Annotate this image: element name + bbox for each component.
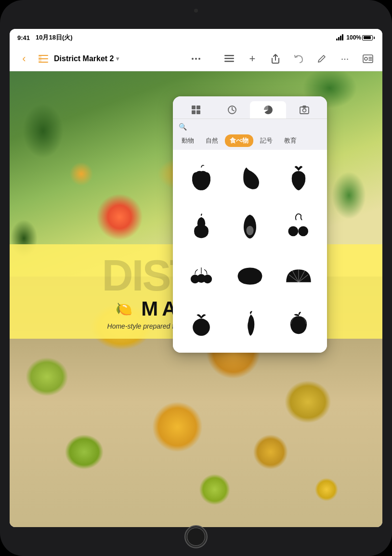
tab-stickers[interactable] bbox=[250, 101, 286, 119]
wifi-icon bbox=[336, 35, 343, 40]
food-avocado[interactable] bbox=[225, 202, 274, 251]
doc-title-chevron-icon: ▾ bbox=[116, 55, 119, 62]
tab-recent[interactable] bbox=[214, 101, 250, 119]
food-pear[interactable] bbox=[177, 202, 225, 251]
svg-point-22 bbox=[299, 226, 309, 237]
market-emoji-left: 🍋 bbox=[116, 301, 136, 317]
add-button[interactable]: + bbox=[244, 50, 261, 67]
svg-rect-13 bbox=[196, 106, 200, 109]
svg-rect-4 bbox=[224, 55, 234, 56]
title-d: D bbox=[102, 254, 132, 297]
front-camera bbox=[194, 9, 198, 13]
food-orange-half[interactable] bbox=[274, 252, 323, 300]
status-bar: 9:41 10月18日(火) 100% bbox=[10, 29, 382, 46]
sidebar-toggle-button[interactable] bbox=[35, 50, 52, 67]
svg-rect-2 bbox=[39, 58, 48, 59]
home-button[interactable] bbox=[184, 525, 208, 548]
svg-rect-5 bbox=[224, 58, 234, 59]
back-button[interactable]: ‹ bbox=[15, 50, 33, 67]
drag-handle bbox=[192, 58, 200, 60]
food-berries[interactable] bbox=[177, 252, 225, 300]
undo-button[interactable] bbox=[290, 50, 307, 67]
content-area: D ISTRICT 🍋 MARKET 🍋 Home-style prepared… bbox=[10, 71, 382, 527]
emoji-picker[interactable]: 🔍 動物 自然 食べ物 記号 教育 bbox=[173, 96, 327, 353]
picker-grid bbox=[173, 150, 327, 353]
food-cherry[interactable] bbox=[274, 202, 323, 251]
food-apple[interactable] bbox=[177, 154, 225, 202]
battery-icon: 100% bbox=[346, 34, 375, 41]
svg-point-8 bbox=[365, 57, 367, 60]
screen: 9:41 10月18日(火) 100% bbox=[10, 29, 382, 527]
picker-tabs bbox=[173, 96, 327, 119]
svg-rect-12 bbox=[192, 106, 196, 109]
food-tomato[interactable] bbox=[177, 300, 225, 349]
picker-categories: 動物 自然 食べ物 記号 教育 bbox=[173, 134, 327, 150]
svg-rect-15 bbox=[196, 110, 200, 114]
list-button[interactable] bbox=[221, 50, 238, 67]
markup-button[interactable] bbox=[313, 50, 330, 67]
ipad-frame: 9:41 10月18日(火) 100% bbox=[0, 0, 392, 556]
tab-photos[interactable] bbox=[286, 101, 322, 119]
status-date: 10月18日(火) bbox=[36, 33, 73, 42]
cat-symbols[interactable]: 記号 bbox=[255, 134, 277, 147]
cat-food[interactable]: 食べ物 bbox=[225, 134, 253, 147]
battery-pct: 100% bbox=[346, 34, 361, 41]
svg-point-18 bbox=[302, 109, 306, 112]
more-button[interactable]: ··· bbox=[336, 50, 353, 67]
home-button-inner bbox=[187, 528, 205, 546]
food-banana[interactable] bbox=[225, 154, 274, 202]
search-icon: 🔍 bbox=[179, 123, 187, 131]
tab-grid[interactable] bbox=[178, 101, 214, 119]
food-bell-pepper[interactable] bbox=[274, 300, 323, 349]
svg-point-20 bbox=[246, 226, 253, 236]
svg-rect-1 bbox=[39, 55, 48, 56]
status-time: 9:41 bbox=[17, 34, 30, 41]
food-lemon[interactable] bbox=[225, 252, 274, 300]
cat-nature[interactable]: 自然 bbox=[201, 134, 223, 147]
cat-education[interactable]: 教育 bbox=[279, 134, 301, 147]
svg-rect-17 bbox=[300, 107, 309, 114]
share-button[interactable] bbox=[267, 50, 284, 67]
toolbar: ‹ District Market 2 ▾ bbox=[10, 46, 382, 71]
doc-title[interactable]: District Market 2 ▾ bbox=[54, 54, 119, 63]
reader-view-button[interactable] bbox=[359, 50, 377, 67]
svg-point-21 bbox=[288, 226, 299, 237]
svg-rect-6 bbox=[224, 61, 234, 62]
doc-title-text: District Market 2 bbox=[54, 54, 114, 63]
svg-point-25 bbox=[203, 275, 212, 283]
svg-rect-14 bbox=[192, 110, 196, 114]
food-strawberry[interactable] bbox=[274, 154, 323, 202]
cat-animals[interactable]: 動物 bbox=[177, 134, 199, 147]
svg-point-26 bbox=[193, 318, 210, 336]
svg-rect-3 bbox=[39, 62, 48, 63]
picker-search-row: 🔍 bbox=[173, 119, 327, 134]
food-chili[interactable] bbox=[225, 300, 274, 349]
